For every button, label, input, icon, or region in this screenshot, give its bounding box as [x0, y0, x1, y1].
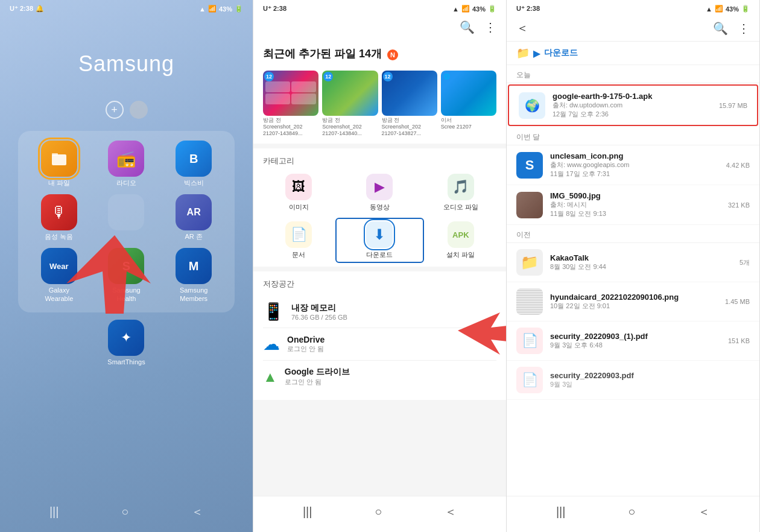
- phone1-add-icon[interactable]: +: [106, 101, 124, 119]
- phone1-dot: [130, 101, 148, 119]
- storage-googledrive-sub: 로그인 안 됨: [285, 378, 496, 387]
- file-item-img5090[interactable]: IMG_5090.jpg 출처: 메시지 11월 8일 오전 9:13 321 …: [507, 185, 759, 225]
- app-icon-smartthings: ✦: [108, 320, 144, 356]
- phone1-carrier: U⁺ 2:38: [10, 5, 33, 13]
- recent-file-4[interactable]: 🌐 이서Scree 21207: [441, 71, 496, 136]
- phone1-app-folder: 내 파일 📻 라디오 B 빅스비 🎙 음성 녹음: [18, 131, 235, 312]
- phone2-category-grid: 🖼 이미지 ▶ 동영상 🎵 오디오 파일 📄 문서: [263, 174, 496, 259]
- file-item-hyundai[interactable]: hyundaicard_20221022090106.png 10월 22일 오…: [507, 282, 759, 321]
- phone2-carrier: U⁺ 2:38: [263, 5, 287, 13]
- file-item-security2[interactable]: 📄 security_20220903.pdf 9월 3일: [507, 361, 759, 400]
- cat-item-apk[interactable]: APK 설치 파일: [425, 221, 496, 259]
- phone3-toolbar: ＜ 🔍 ⋮: [507, 15, 759, 42]
- phone3-screen: U⁺ 2:38 ▲ 📶 43% 🔋 ＜ 🔍 ⋮ 📁 ▶ 다운로드 오늘: [507, 0, 760, 532]
- phone1-nav-back[interactable]: ＜: [191, 504, 203, 520]
- thumb-img-1: 12: [263, 71, 318, 116]
- app-item-smartthings[interactable]: ✦ SmartThings: [107, 320, 145, 366]
- phone3-carrier: U⁺ 2:38: [516, 5, 540, 13]
- phone1-status-right: ▲ 📶 43% 🔋: [199, 5, 243, 13]
- cat-item-docs[interactable]: 📄 문서: [263, 221, 334, 259]
- file-info-unclesam: unclesam_icon.png 출처: www.googleapis.com…: [550, 151, 719, 179]
- svg-rect-0: [52, 154, 66, 165]
- cat-icon-images: 🖼: [285, 174, 312, 200]
- phone2-recent-files: 12 방금 전Screenshot_20221207-143849... 12 …: [253, 66, 506, 144]
- storage-onedrive-info: OneDrive 로그인 안 됨: [287, 335, 496, 353]
- file-item-kakaotalk[interactable]: 📁 KakaoTalk 8월 30일 오전 9:44 5개: [507, 243, 759, 282]
- phone3-breadcrumb-downloads[interactable]: 다운로드: [544, 48, 578, 59]
- storage-onedrive[interactable]: ☁ OneDrive 로그인 안 됨: [263, 328, 496, 361]
- recent-file-1[interactable]: 12 방금 전Screenshot_20221207-143849...: [263, 71, 318, 136]
- app-item-voice[interactable]: 🎙 음성 녹음: [28, 194, 90, 241]
- file-item-unclesam[interactable]: S unclesam_icon.png 출처: www.googleapis.c…: [507, 145, 759, 185]
- file-name-kakaotalk: KakaoTalk: [550, 253, 732, 262]
- phone1-title: Samsung: [0, 51, 253, 77]
- phone3-status-right: ▲ 📶 43% 🔋: [706, 5, 750, 13]
- phone3-search-icon[interactable]: 🔍: [713, 21, 728, 36]
- app-label-ar: AR 존: [185, 233, 202, 241]
- cat-item-video[interactable]: ▶ 동영상: [344, 174, 415, 212]
- app-label-bixby: 빅스비: [184, 179, 204, 187]
- file-thumb-img5090: [516, 192, 543, 218]
- thumb-img-2: 12: [322, 71, 378, 116]
- phone2-search-icon[interactable]: 🔍: [460, 20, 475, 34]
- app-item-members[interactable]: M SamsungMembers: [162, 248, 225, 302]
- recent-file-2[interactable]: 12 방금 전Screenshot_20221207-143840...: [322, 71, 378, 136]
- phone2-category-title: 카테고리: [263, 156, 496, 166]
- storage-internal[interactable]: 📱 내장 메모리 76.36 GB / 256 GB: [263, 296, 496, 328]
- storage-internal-name: 내장 메모리: [291, 303, 496, 314]
- storage-googledrive[interactable]: ▲ Google 드라이브 로그인 안 됨: [263, 361, 496, 393]
- cat-label-images: 이미지: [289, 203, 309, 212]
- phone2-nav-recent[interactable]: |||: [303, 505, 312, 519]
- storage-googledrive-icon: ▲: [263, 369, 277, 385]
- app-item-bixby[interactable]: B 빅스비: [162, 141, 225, 187]
- storage-onedrive-icon: ☁: [263, 334, 280, 354]
- phone3-nav-back[interactable]: ＜: [698, 504, 710, 520]
- cat-item-audio[interactable]: 🎵 오디오 파일: [425, 174, 496, 212]
- phone1-app-grid: 내 파일 📻 라디오 B 빅스비 🎙 음성 녹음: [28, 141, 225, 303]
- file-size-unclesam: 4.42 KB: [726, 162, 750, 169]
- thumb-label-3: 방금 전Screenshot_20221207-143827...: [382, 117, 437, 136]
- phone2-nav-home[interactable]: ○: [375, 505, 382, 519]
- file-date-earth: 12월 7일 오후 2:36: [553, 110, 712, 119]
- storage-googledrive-name: Google 드라이브: [285, 367, 496, 378]
- phone2-nav-back[interactable]: ＜: [445, 504, 457, 520]
- app-item-myfiles[interactable]: 내 파일: [28, 141, 90, 187]
- cat-item-downloads[interactable]: ⬇ 다운로드: [344, 221, 415, 259]
- phone1-battery-icon: 🔋: [235, 5, 243, 13]
- phone3-back-btn[interactable]: ＜: [516, 20, 528, 36]
- phone1-nav-home[interactable]: ○: [121, 505, 128, 519]
- file-source-unclesam: 출처: www.googleapis.com: [550, 160, 719, 169]
- phone2-notif-badge: N: [387, 49, 398, 60]
- app-icon-health: S: [108, 248, 144, 284]
- file-thumb-uncle: S: [516, 152, 543, 179]
- app-item-radio[interactable]: 📻 라디오: [95, 141, 158, 187]
- thumb-badge-4: 🌐: [442, 72, 452, 81]
- phone1-nav-recent[interactable]: |||: [49, 505, 59, 519]
- phone2-more-icon[interactable]: ⋮: [484, 20, 496, 34]
- app-item-ar[interactable]: AR AR 존: [162, 194, 225, 241]
- phone1-bottom-nav: ||| ○ ＜: [0, 496, 253, 532]
- app-item-wear[interactable]: Wear GalaxyWearable: [28, 248, 90, 302]
- phone3-nav-recent[interactable]: |||: [556, 505, 566, 519]
- phone3-nav-home[interactable]: ○: [628, 505, 635, 519]
- file-date-unclesam: 11월 17일 오후 7:31: [550, 169, 719, 179]
- phone3-section-today: 오늘: [507, 65, 759, 83]
- app-item-health[interactable]: S SamsungHealth: [95, 248, 158, 302]
- phone2-battery: 43%: [472, 5, 486, 13]
- app-label-smartthings: SmartThings: [107, 358, 145, 366]
- thumb-badge-3: 12: [383, 72, 393, 81]
- file-item-google-earth[interactable]: 🌍 google-earth-9-175-0-1.apk 출처: dw.upto…: [508, 84, 758, 126]
- phone2-battery-icon: 🔋: [488, 5, 496, 13]
- recent-file-3[interactable]: 12 방금 전Screenshot_20221207-143827...: [382, 71, 437, 136]
- phone2-signal-icon: 📶: [461, 5, 470, 13]
- file-item-security1[interactable]: 📄 security_20220903_(1).pdf 9월 3일 오후 6:4…: [507, 321, 759, 361]
- cat-item-images[interactable]: 🖼 이미지: [263, 174, 334, 212]
- app-label-health: SamsungHealth: [112, 287, 140, 302]
- phone3-toolbar-right: 🔍 ⋮: [713, 21, 750, 36]
- file-name-security2: security_20220903.pdf: [550, 371, 750, 380]
- phone3-breadcrumb-folder-icon: 📁: [516, 46, 530, 60]
- cat-icon-apk: APK: [448, 221, 474, 248]
- thumb-label-1: 방금 전Screenshot_20221207-143849...: [263, 117, 318, 136]
- phone3-more-icon[interactable]: ⋮: [738, 21, 750, 36]
- phone1-status-bar: U⁺ 2:38 🔔 ▲ 📶 43% 🔋: [0, 0, 253, 15]
